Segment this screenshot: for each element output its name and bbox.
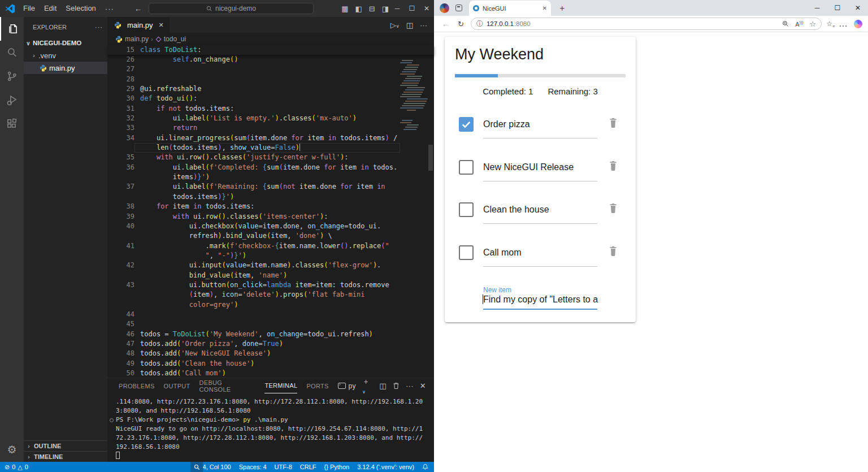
browser-menu-icon[interactable]: … <box>839 19 848 29</box>
minimap[interactable] <box>400 46 426 131</box>
delete-button[interactable] <box>607 202 619 216</box>
profile-avatar[interactable] <box>440 3 449 13</box>
warnings-icon[interactable]: △ <box>18 464 22 471</box>
toggle-secondary-sidebar-icon[interactable]: ◨ <box>382 5 389 13</box>
split-terminal-icon[interactable]: ◫ <box>379 382 387 390</box>
delete-button[interactable] <box>607 116 619 131</box>
menu-edit[interactable]: Edit <box>40 0 61 17</box>
eol-sequence[interactable]: CRLF <box>300 464 316 470</box>
warnings-count[interactable]: 0 <box>25 464 28 470</box>
reload-icon[interactable]: ↻ <box>458 20 464 28</box>
code-row[interactable]: 30def todo_ui(): <box>107 94 434 103</box>
delete-button[interactable] <box>607 159 619 174</box>
todo-checkbox[interactable] <box>459 117 474 132</box>
todo-name-input[interactable]: Clean the house <box>483 205 549 215</box>
toggle-sidebar-icon[interactable]: ◧ <box>355 5 362 13</box>
copilot-icon[interactable] <box>854 20 862 28</box>
code-row[interactable]: 34 ui.linear_progress(sum(item.done for … <box>107 133 434 143</box>
source-control-icon[interactable] <box>0 64 24 88</box>
command-center-search[interactable]: nicegui-demo <box>149 3 314 14</box>
history-back-icon[interactable]: ← <box>134 4 142 13</box>
editor-scrollbar[interactable] <box>427 17 434 378</box>
code-row[interactable]: color=grey') <box>107 300 434 310</box>
todo-checkbox[interactable] <box>459 202 474 217</box>
menu-overflow[interactable]: ··· <box>101 5 119 13</box>
code-row[interactable]: 27 <box>107 64 434 74</box>
errors-count[interactable]: 0 <box>12 464 15 470</box>
minimize-button[interactable]: ─ <box>390 5 405 12</box>
tree-item-venv[interactable]: › .venv <box>24 49 107 62</box>
tab-mainpy[interactable]: main.py ✕ <box>107 17 170 33</box>
address-bar[interactable]: ⓘ 127.0.0.1 :8080 A))) ☆ <box>471 18 822 30</box>
panel-more-icon[interactable]: ··· <box>406 382 414 390</box>
terminal-output[interactable]: .114:8080, http://172.23.176.1:8080, htt… <box>107 393 434 461</box>
tab-output[interactable]: OUTPUT <box>164 383 190 389</box>
code-row[interactable]: ", "-")}') <box>107 251 434 261</box>
code-row[interactable]: 36 ui.label(f'Completed: {sum(item.done … <box>107 163 434 172</box>
tab-ports[interactable]: PORTS <box>306 383 328 389</box>
explorer-icon[interactable] <box>0 17 24 41</box>
tab-problems[interactable]: PROBLEMS <box>119 383 155 389</box>
code-row[interactable]: 42 ui.input(value=item.name).classes('fl… <box>107 261 434 270</box>
maximize-button[interactable]: ☐ <box>827 4 848 12</box>
errors-icon[interactable]: ⊘ <box>5 464 10 471</box>
minimize-button[interactable]: ─ <box>807 4 827 12</box>
code-row[interactable]: 37 ui.label(f'Remaining: {sum(not item.d… <box>107 182 434 192</box>
run-debug-icon[interactable] <box>0 88 24 112</box>
todo-name-input[interactable]: Call mom <box>483 248 522 258</box>
sticky-scroll-line[interactable]: 15 class ToDoList: <box>107 45 434 55</box>
code-row[interactable]: 48todos.add('New NiceGUI Release') <box>107 349 434 358</box>
code-row[interactable]: 47todos.add('Order pizza', done=True) <box>107 339 434 349</box>
back-icon[interactable]: ← <box>442 19 450 28</box>
editor-more-icon[interactable]: ··· <box>420 21 427 29</box>
code-row[interactable]: bind_value(item, 'name') <box>107 271 434 280</box>
favorite-star-icon[interactable]: ☆ <box>810 20 817 28</box>
browser-tab-nicegui[interactable]: NiceGUI ✕ <box>469 1 551 16</box>
tab-terminal[interactable]: TERMINAL <box>264 379 297 393</box>
breadcrumb-symbol[interactable]: todo_ui <box>164 35 186 43</box>
zoom-icon[interactable] <box>782 20 789 27</box>
code-row[interactable]: (item), icon='delete').props('flat fab-m… <box>107 290 434 300</box>
breadcrumb-file[interactable]: main.py <box>125 35 149 43</box>
read-aloud-icon[interactable]: A))) <box>795 20 803 28</box>
code-row[interactable]: 45 <box>107 319 434 329</box>
code-row[interactable]: 40 ui.checkbox(value=item.done, on_chang… <box>107 222 434 231</box>
close-panel-icon[interactable]: ✕ <box>420 382 426 390</box>
code-row[interactable]: 39 with ui.row().classes('items-center')… <box>107 212 434 222</box>
python-interpreter[interactable]: 3.12.4 ('.venv': venv) <box>357 464 414 470</box>
menu-file[interactable]: File <box>19 0 40 17</box>
tab-actions-icon[interactable] <box>455 5 462 11</box>
code-row[interactable]: 33 return <box>107 123 434 133</box>
code-row[interactable]: 35 with ui.row().classes('justify-center… <box>107 153 434 162</box>
code-row[interactable]: 41 .mark(f'checkbox-{item.name.lower().r… <box>107 241 434 251</box>
todo-checkbox[interactable] <box>459 160 474 175</box>
tab-close-icon[interactable]: ✕ <box>542 5 547 11</box>
code-row[interactable]: todos.items)}') <box>107 192 434 202</box>
toggle-panel-icon[interactable]: ⊟ <box>369 5 375 13</box>
code-row[interactable]: items)}') <box>107 172 434 182</box>
code-row[interactable]: 46todos = ToDoList('My Weekend', on_chan… <box>107 330 434 339</box>
tree-root-folder[interactable]: ∨ NICEGUI-DEMO <box>24 37 107 49</box>
code-row[interactable]: 44 <box>107 310 434 319</box>
todo-name-input[interactable]: Order pizza <box>483 119 530 129</box>
delete-button[interactable] <box>607 245 619 259</box>
customize-layout-icon[interactable]: ▦ <box>341 5 348 13</box>
notifications-bell-icon[interactable] <box>422 464 428 470</box>
explorer-more-icon[interactable]: ··· <box>95 24 103 31</box>
timeline-section[interactable]: › TIMELINE <box>24 451 107 462</box>
new-tab-icon[interactable]: ＋ <box>558 3 566 14</box>
search-sidebar-icon[interactable] <box>0 41 24 64</box>
run-python-icon[interactable]: ▷∨ <box>390 21 400 29</box>
code-row[interactable]: len(todos.items), show_value=False) <box>107 143 434 153</box>
code-row[interactable]: 32 ui.label('List is empty.').classes('m… <box>107 114 434 123</box>
code-row[interactable]: 31 if not todos.items: <box>107 104 434 114</box>
encoding[interactable]: UTF-8 <box>275 464 292 470</box>
indentation[interactable]: Spaces: 4 <box>239 464 267 470</box>
favorites-hub-icon[interactable]: ☆ <box>826 20 832 28</box>
code-row[interactable]: 49todos.add('Clean the house') <box>107 359 434 369</box>
new-terminal-icon[interactable]: ＋∨ <box>362 376 373 395</box>
kill-terminal-icon[interactable] <box>393 382 400 389</box>
settings-gear-icon[interactable]: ⚙ <box>0 443 24 456</box>
site-info-icon[interactable]: ⓘ <box>476 19 483 29</box>
tab-close-icon[interactable]: ✕ <box>159 21 164 29</box>
